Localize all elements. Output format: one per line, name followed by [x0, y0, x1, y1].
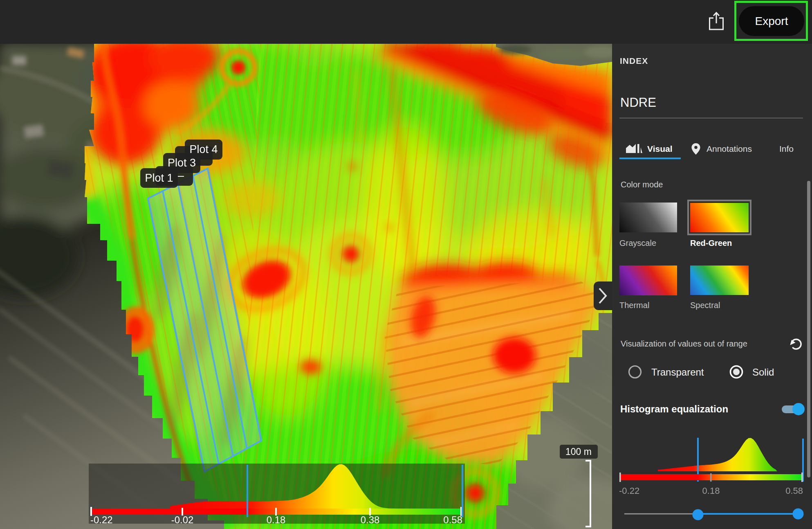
svg-text:-0.22: -0.22: [619, 486, 639, 496]
svg-text:-0.22: -0.22: [90, 514, 113, 525]
svg-text:-0.02: -0.02: [171, 514, 194, 525]
svg-text:0.58: 0.58: [785, 486, 803, 496]
svg-text:100 m: 100 m: [565, 446, 592, 457]
svg-text:0.58: 0.58: [443, 514, 462, 525]
svg-text:0.18: 0.18: [702, 486, 720, 496]
svg-text:0.18: 0.18: [267, 514, 286, 525]
svg-text:0.38: 0.38: [361, 514, 380, 525]
